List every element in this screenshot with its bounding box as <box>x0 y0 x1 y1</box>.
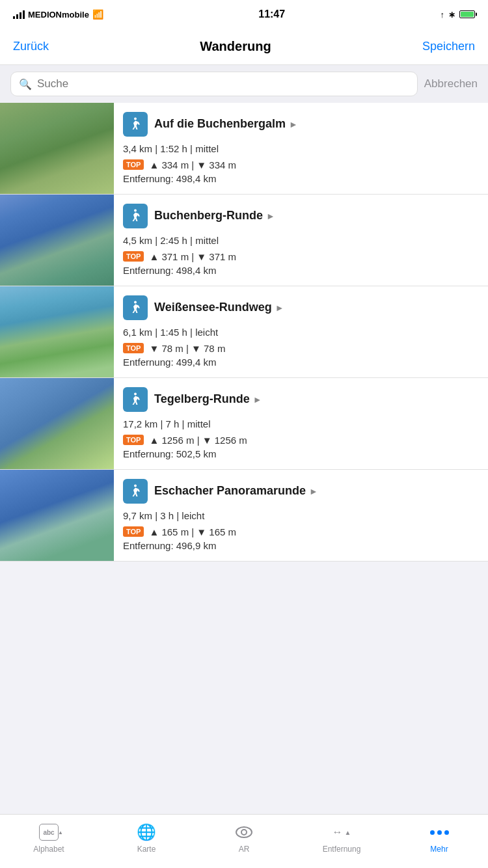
tab-entfernung[interactable]: ↔ ▲ Entfernung <box>293 822 390 854</box>
tab-karte-label: Karte <box>137 845 156 854</box>
item-title: Auf die Buchenbergalm ► <box>154 117 298 131</box>
item-stats: 17,2 km | 7 h | mittel <box>123 417 479 432</box>
item-content: Auf die Buchenbergalm ► 3,4 km | 1:52 h … <box>114 103 488 194</box>
search-icon: 🔍 <box>19 78 32 90</box>
battery-indicator <box>459 10 475 18</box>
svg-point-4 <box>134 485 137 487</box>
item-thumbnail <box>0 195 114 286</box>
item-stats: 4,5 km | 2:45 h | mittel <box>123 234 479 249</box>
item-title: Tegelberg-Runde ► <box>154 392 262 407</box>
item-header: Auf die Buchenbergalm ► <box>123 112 479 137</box>
item-content: Buchenberg-Runde ► 4,5 km | 2:45 h | mit… <box>114 195 488 286</box>
item-header: Weißensee-Rundweg ► <box>123 295 479 320</box>
walk-icon <box>123 112 148 137</box>
list-item[interactable]: Tegelberg-Runde ► 17,2 km | 7 h | mittel… <box>0 378 488 470</box>
item-elevation-row: TOP ▲ 334 m | ▼ 334 m <box>123 159 479 170</box>
item-header: Eschacher Panoramarunde ► <box>123 479 479 504</box>
status-right: ↑ ∗ <box>440 10 475 20</box>
tab-mehr[interactable]: Mehr <box>390 822 488 854</box>
item-header: Tegelberg-Runde ► <box>123 387 479 412</box>
item-elevation-row: TOP ▲ 165 m | ▼ 165 m <box>123 526 479 537</box>
bluetooth-icon: ∗ <box>448 10 455 20</box>
nav-title: Wanderung <box>200 39 271 54</box>
list-item[interactable]: Weißensee-Rundweg ► 6,1 km | 1:45 h | le… <box>0 286 488 378</box>
item-thumbnail <box>0 103 114 194</box>
item-distance: Entfernung: 496,9 km <box>123 540 479 551</box>
item-elevation: ▲ 165 m | ▼ 165 m <box>149 526 236 537</box>
walk-icon <box>123 387 148 412</box>
search-bar: 🔍 Abbrechen <box>0 65 488 103</box>
item-header: Buchenberg-Runde ► <box>123 204 479 228</box>
item-stats: 9,7 km | 3 h | leicht <box>123 509 479 524</box>
results-list: Auf die Buchenbergalm ► 3,4 km | 1:52 h … <box>0 103 488 616</box>
item-elevation: ▲ 334 m | ▼ 334 m <box>149 159 236 170</box>
list-item[interactable]: Eschacher Panoramarunde ► 9,7 km | 3 h |… <box>0 470 488 562</box>
tab-alphabet-label: Alphabet <box>33 845 64 854</box>
status-time: 11:47 <box>258 8 285 20</box>
walk-icon <box>123 479 148 504</box>
tab-mehr-label: Mehr <box>430 845 448 854</box>
svg-point-1 <box>134 210 137 212</box>
eye-icon <box>234 822 254 842</box>
item-distance: Entfernung: 502,5 km <box>123 448 479 459</box>
tab-ar[interactable]: AR <box>195 822 293 854</box>
wifi-icon: 📶 <box>92 9 103 20</box>
item-title: Buchenberg-Runde ► <box>154 209 275 223</box>
item-thumbnail <box>0 470 114 561</box>
top-badge: TOP <box>123 251 144 262</box>
tab-bar: abc Alphabet 🌐 Karte AR ↔ ▲ Entfernung M… <box>0 814 488 868</box>
svg-point-2 <box>134 301 137 304</box>
walk-icon <box>123 204 148 228</box>
top-badge: TOP <box>123 435 144 445</box>
item-thumbnail <box>0 378 114 469</box>
list-container: Auf die Buchenbergalm ► 3,4 km | 1:52 h … <box>0 103 488 562</box>
top-badge: TOP <box>123 159 144 170</box>
save-button[interactable]: Speichern <box>422 40 475 53</box>
item-content: Weißensee-Rundweg ► 6,1 km | 1:45 h | le… <box>114 286 488 377</box>
tab-karte[interactable]: 🌐 Karte <box>98 822 195 854</box>
item-content: Tegelberg-Runde ► 17,2 km | 7 h | mittel… <box>114 378 488 469</box>
distance-icon: ↔ ▲ <box>332 822 351 842</box>
tab-alphabet[interactable]: abc Alphabet <box>0 822 98 854</box>
top-badge: TOP <box>123 343 144 353</box>
svg-point-0 <box>134 118 137 120</box>
item-distance: Entfernung: 499,4 km <box>123 357 479 368</box>
item-distance: Entfernung: 498,4 km <box>123 173 479 184</box>
item-distance: Entfernung: 498,4 km <box>123 265 479 276</box>
tab-entfernung-label: Entfernung <box>323 845 361 854</box>
svg-point-5 <box>236 827 252 837</box>
item-content: Eschacher Panoramarunde ► 9,7 km | 3 h |… <box>114 470 488 561</box>
globe-icon: 🌐 <box>137 822 156 842</box>
item-stats: 6,1 km | 1:45 h | leicht <box>123 325 479 340</box>
back-button[interactable]: Zurück <box>13 40 49 53</box>
status-bar: MEDIONmobile 📶 11:47 ↑ ∗ <box>0 0 488 29</box>
list-item[interactable]: Auf die Buchenbergalm ► 3,4 km | 1:52 h … <box>0 103 488 195</box>
alphabet-icon: abc <box>39 822 59 842</box>
item-elevation-row: TOP ▲ 1256 m | ▼ 1256 m <box>123 435 479 446</box>
item-title: Weißensee-Rundweg ► <box>154 301 284 315</box>
location-icon: ↑ <box>440 10 444 20</box>
carrier-label: MEDIONmobile <box>28 10 89 20</box>
item-thumbnail <box>0 286 114 377</box>
search-input[interactable] <box>37 77 409 90</box>
item-title: Eschacher Panoramarunde ► <box>154 484 318 498</box>
status-left: MEDIONmobile 📶 <box>13 9 103 20</box>
item-stats: 3,4 km | 1:52 h | mittel <box>123 142 479 157</box>
item-elevation-row: TOP ▼ 78 m | ▼ 78 m <box>123 343 479 354</box>
signal-bars <box>13 10 25 19</box>
svg-point-3 <box>134 393 137 396</box>
top-badge: TOP <box>123 526 144 537</box>
nav-bar: Zurück Wanderung Speichern <box>0 29 488 65</box>
cancel-button[interactable]: Abbrechen <box>424 77 478 90</box>
item-elevation: ▲ 1256 m | ▼ 1256 m <box>149 435 247 446</box>
search-input-wrap[interactable]: 🔍 <box>10 72 418 96</box>
tab-ar-label: AR <box>239 845 250 854</box>
list-item[interactable]: Buchenberg-Runde ► 4,5 km | 2:45 h | mit… <box>0 195 488 286</box>
item-elevation-row: TOP ▲ 371 m | ▼ 371 m <box>123 251 479 262</box>
item-elevation: ▼ 78 m | ▼ 78 m <box>149 343 225 354</box>
svg-point-6 <box>241 830 247 835</box>
item-elevation: ▲ 371 m | ▼ 371 m <box>149 251 236 262</box>
walk-icon <box>123 295 148 320</box>
more-icon <box>429 822 449 842</box>
